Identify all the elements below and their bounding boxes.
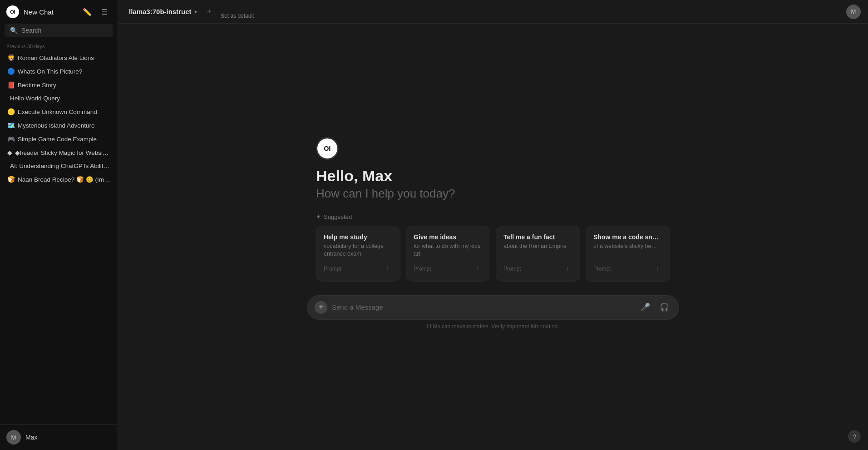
help-button[interactable]: ? xyxy=(848,430,861,443)
welcome-section: OI Hello, Max How can I help you today? … xyxy=(316,137,670,282)
card-arrow-icon: ↑ xyxy=(562,264,572,274)
chat-emoji: 📕 xyxy=(7,81,15,89)
card-footer: Prompt ↑ xyxy=(324,264,393,274)
menu-icon[interactable]: ☰ xyxy=(98,5,111,19)
oi-logo-main: OI xyxy=(316,137,339,160)
sidebar-chats: 🦁Roman Gladiators Ate Lions🔵Whats On Thi… xyxy=(0,51,118,424)
add-tab-button[interactable]: + xyxy=(204,6,215,17)
sidebar-chat-item[interactable]: ◆◆header Sticky Magic for Websites xyxy=(3,146,115,159)
sidebar-chat-item[interactable]: 🗺️Mysterious Island Adventure xyxy=(3,119,115,132)
user-avatar-top[interactable]: M xyxy=(846,5,861,19)
card-subtitle: of a website's sticky he… xyxy=(593,242,662,251)
chat-item-label: Mysterious Island Adventure xyxy=(18,122,95,129)
input-bar: + 🎤 🎧 xyxy=(307,295,679,320)
chat-item-label: AI: Understanding ChatGPTs Abiliti… xyxy=(10,163,110,169)
sidebar-chat-item[interactable]: Hello World Query xyxy=(3,92,115,105)
card-arrow-icon: ↑ xyxy=(383,264,393,274)
chat-emoji: 🦁 xyxy=(7,54,15,61)
search-label: Search xyxy=(21,27,41,34)
sidebar-chat-item[interactable]: 🍞Naan Bread Recipe? 🍞 😊 (Im ass… xyxy=(3,173,115,186)
card-prompt-label: Prompt xyxy=(324,266,341,272)
chat-emoji: 🔵 xyxy=(7,68,15,75)
sidebar-section-label: Previous 30 days xyxy=(0,41,118,51)
card-title: Show me a code sn… xyxy=(593,233,662,241)
suggestion-cards-row: Help me study vocabulary for a college e… xyxy=(316,226,670,282)
card-subtitle: vocabulary for a college entrance exam xyxy=(324,242,393,258)
sidebar-chat-item[interactable]: 🦁Roman Gladiators Ate Lions xyxy=(3,51,115,64)
greeting-text: Hello, Max xyxy=(316,167,392,185)
sidebar-header: OI New Chat ✏️ ☰ xyxy=(0,0,118,24)
user-avatar: M xyxy=(6,430,21,445)
card-prompt-label: Prompt xyxy=(414,266,431,272)
new-chat-label: New Chat xyxy=(24,8,54,16)
model-name: llama3:70b-instruct xyxy=(129,8,192,15)
chat-emoji: 🍞 xyxy=(7,176,15,183)
card-arrow-icon: ↑ xyxy=(473,264,483,274)
sidebar-logo: OI xyxy=(6,5,19,18)
attach-button[interactable]: + xyxy=(315,301,327,314)
chat-emoji: 🗺️ xyxy=(7,122,15,129)
chat-item-label: Simple Game Code Example xyxy=(18,136,97,143)
sidebar-chat-item[interactable]: 📕Bedtime Story xyxy=(3,78,115,92)
microphone-icon[interactable]: 🎤 xyxy=(638,300,652,315)
search-icon: 🔍 xyxy=(10,27,18,34)
suggestion-card[interactable]: Help me study vocabulary for a college e… xyxy=(316,226,400,282)
card-subtitle: for what to do with my kids' art xyxy=(414,242,483,258)
subtitle-text: How can I help you today? xyxy=(316,187,455,201)
card-prompt-label: Prompt xyxy=(593,266,611,272)
user-name: Max xyxy=(25,434,37,441)
card-arrow-icon: ↑ xyxy=(652,264,662,274)
card-title: Help me study xyxy=(324,233,393,241)
suggested-label: ✦ Suggested xyxy=(316,213,352,220)
sidebar: OI New Chat ✏️ ☰ 🔍 Search Previous 30 da… xyxy=(0,0,118,450)
suggestion-card[interactable]: Give me ideas for what to do with my kid… xyxy=(406,226,490,282)
card-footer: Prompt ↑ xyxy=(593,264,662,274)
chat-item-label: ◆header Sticky Magic for Websites xyxy=(15,149,110,156)
edit-icon[interactable]: ✏️ xyxy=(80,5,94,19)
sparkle-icon: ✦ xyxy=(316,213,321,220)
chat-emoji: 🟡 xyxy=(7,108,15,115)
disclaimer-text: LLMs can make mistakes. Verify important… xyxy=(427,323,559,330)
chat-item-label: Roman Gladiators Ate Lions xyxy=(18,54,94,61)
chat-item-label: Naan Bread Recipe? 🍞 😊 (Im ass… xyxy=(18,176,110,183)
chat-item-label: Hello World Query xyxy=(10,95,60,102)
topbar: llama3:70b-instruct ▾ + Set as default M xyxy=(118,0,868,24)
chat-item-label: Execute Unknown Command xyxy=(18,109,97,115)
message-input[interactable] xyxy=(332,303,633,311)
sidebar-header-left: OI New Chat xyxy=(6,5,54,18)
chevron-down-icon: ▾ xyxy=(194,9,197,15)
card-title: Give me ideas xyxy=(414,233,483,241)
card-subtitle: about the Roman Empire xyxy=(503,242,572,251)
input-section: + 🎤 🎧 LLMs can make mistakes. Verify imp… xyxy=(127,295,859,337)
chat-emoji: 🎮 xyxy=(7,135,15,143)
sidebar-chat-item[interactable]: AI: Understanding ChatGPTs Abiliti… xyxy=(3,159,115,173)
main-panel: llama3:70b-instruct ▾ + Set as default M… xyxy=(118,0,868,450)
chat-item-label: Bedtime Story xyxy=(18,82,56,89)
chat-item-label: Whats On This Picture? xyxy=(18,68,82,75)
header-icons: ✏️ ☰ xyxy=(80,5,111,19)
sidebar-footer: M Max xyxy=(0,424,118,450)
model-selector[interactable]: llama3:70b-instruct ▾ xyxy=(125,6,201,17)
suggestion-card[interactable]: Tell me a fun fact about the Roman Empir… xyxy=(496,226,580,282)
topbar-right: M xyxy=(846,5,861,19)
sidebar-chat-item[interactable]: 🎮Simple Game Code Example xyxy=(3,132,115,146)
chat-emoji: ◆ xyxy=(7,149,12,156)
card-prompt-label: Prompt xyxy=(503,266,521,272)
search-bar[interactable]: 🔍 Search xyxy=(5,24,113,37)
sidebar-chat-item[interactable]: 🔵Whats On This Picture? xyxy=(3,64,115,78)
set-default-button[interactable]: Set as default xyxy=(221,13,254,19)
card-footer: Prompt ↑ xyxy=(503,264,572,274)
content-area: OI Hello, Max How can I help you today? … xyxy=(118,24,868,450)
headphones-icon[interactable]: 🎧 xyxy=(657,300,671,315)
sidebar-chat-item[interactable]: 🟡Execute Unknown Command xyxy=(3,105,115,119)
card-title: Tell me a fun fact xyxy=(503,233,572,241)
suggestion-card[interactable]: Show me a code sn… of a website's sticky… xyxy=(586,226,670,282)
card-footer: Prompt ↑ xyxy=(414,264,483,274)
